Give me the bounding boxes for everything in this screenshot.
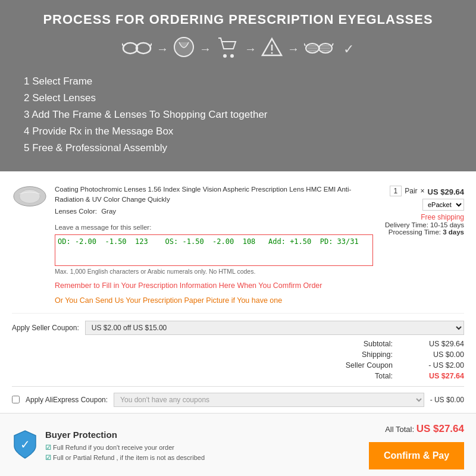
lens-icon — [173, 36, 195, 62]
svg-point-23 — [20, 190, 40, 203]
total-value: US $27.64 — [411, 372, 464, 380]
arrow-2: → — [199, 42, 211, 56]
arrow-4: → — [287, 42, 299, 56]
shipping-info: ePacket Free shipping Delivery Time: 10-… — [385, 199, 464, 236]
shield-icon: ✓ — [12, 430, 38, 459]
delivery-time: Delivery Time: 10-15 days — [385, 221, 464, 228]
svg-line-21 — [332, 43, 333, 46]
totals-section: Subtotal: US $29.64 Shipping: US $0.00 S… — [12, 340, 464, 380]
svg-text:✓: ✓ — [20, 438, 30, 451]
arrow-1: → — [156, 42, 168, 56]
all-total-amount: US $27.64 — [416, 423, 464, 434]
svg-line-20 — [304, 43, 305, 46]
total-row: Total: US $27.64 — [12, 372, 464, 380]
quantity-section: 1 Pair × US $29.64 — [390, 186, 464, 196]
order-item: Coating Photochromic Lenses 1.56 Index S… — [12, 177, 464, 314]
processing-time: Processing Time: 3 days — [385, 228, 464, 236]
cart-icon — [216, 36, 240, 62]
step-3: 3 Add The Frame & Lenses To Shopping Car… — [24, 107, 452, 123]
ali-coupon-select[interactable]: You don't have any coupons — [114, 393, 424, 407]
coupon-discount-value: - US $2.00 — [411, 361, 464, 369]
shipping-method-select[interactable]: ePacket — [422, 199, 464, 211]
total-label: Total: — [345, 372, 393, 380]
right-section: All Total: US $27.64 Confirm & Pay — [369, 423, 464, 469]
quantity-value[interactable]: 1 — [390, 186, 402, 196]
divider — [12, 386, 464, 387]
svg-line-3 — [122, 43, 123, 46]
protection-details: Buyer Protection ☑ Full Refund if you do… — [45, 430, 205, 462]
steps-list: 1 Select Frame 2 Select Lenses 3 Add The… — [18, 73, 458, 156]
svg-point-7 — [230, 54, 234, 58]
buyer-protection-title: Buyer Protection — [45, 430, 205, 440]
svg-line-4 — [151, 43, 152, 46]
checkmark-icon: ✓ — [343, 42, 354, 57]
shipping-row: Shipping: US $0.00 — [12, 350, 464, 359]
product-price: US $29.64 — [428, 187, 464, 196]
assembled-glasses-icon — [304, 39, 339, 60]
ali-coupon-checkbox[interactable] — [12, 396, 20, 403]
seller-coupon-select[interactable]: US $2.00 off US $15.00 — [85, 321, 464, 335]
refund-1: ☑ Full Refund if you don't receive your … — [45, 443, 205, 453]
message-box-wrapper — [55, 234, 373, 266]
steps-icons: → → → → — [18, 36, 458, 62]
free-shipping-label: Free shipping — [385, 213, 464, 221]
seller-coupon-row: Apply Seller Coupon: US $2.00 off US $15… — [12, 321, 464, 335]
shipping-label: Shipping: — [345, 350, 393, 359]
prescription-message[interactable] — [58, 237, 370, 260]
main-content: Coating Photochromic Lenses 1.56 Index S… — [0, 171, 476, 407]
step-4: 4 Provide Rx in the Message Box — [24, 123, 452, 140]
glasses-icon — [122, 39, 152, 60]
ali-coupon-label: Apply AliExpress Coupon: — [26, 396, 108, 404]
message-hint: Max. 1,000 English characters or Arabic … — [55, 267, 373, 277]
page-title: PROCESS FOR ORDERING PRESCRIPTION EYEGLA… — [18, 12, 458, 27]
product-image — [12, 184, 48, 208]
buyer-protection: ✓ Buyer Protection ☑ Full Refund if you … — [12, 430, 205, 462]
coupon-label: Apply Seller Coupon: — [12, 324, 79, 332]
step-5: 5 Free & Professional Assembly — [24, 140, 452, 156]
subtotal-row: Subtotal: US $29.64 — [12, 340, 464, 348]
arrow-3: → — [245, 42, 256, 56]
message-section: Leave a message for this seller: Max. 1,… — [55, 223, 373, 277]
unit-label: Pair — [405, 187, 417, 195]
shipping-value: US $0.00 — [411, 350, 464, 359]
subtotal-value: US $29.64 — [411, 340, 464, 348]
all-total-label: All Total: US $27.64 — [369, 423, 464, 435]
svg-point-1 — [136, 43, 151, 54]
product-description: Coating Photochromic Lenses 1.56 Index S… — [55, 184, 373, 308]
coupon-discount-row: Seller Coupon - US $2.00 — [12, 361, 464, 369]
confirm-pay-button[interactable]: Confirm & Pay — [369, 442, 464, 469]
step-1: 1 Select Frame — [24, 73, 452, 90]
ali-coupon-row: Apply AliExpress Coupon: You don't have … — [12, 393, 464, 407]
subtotal-label: Subtotal: — [345, 340, 393, 348]
svg-point-10 — [271, 52, 273, 54]
svg-point-6 — [223, 54, 227, 58]
header-banner: PROCESS FOR ORDERING PRESCRIPTION EYEGLA… — [0, 0, 476, 171]
lenses-color: Lenses Color: Gray — [55, 206, 373, 217]
warning-icon — [261, 36, 283, 62]
svg-point-0 — [123, 43, 137, 54]
send-paper-warning: Or You Can Send Us Your Prescription Pap… — [55, 295, 373, 306]
coupon-discount-label: Seller Coupon — [345, 361, 393, 369]
fill-prescription-warning: Remember to Fill in Your Prescription In… — [55, 280, 373, 292]
bottom-footer: ✓ Buyer Protection ☑ Full Refund if you … — [0, 413, 476, 476]
step-2: 2 Select Lenses — [24, 90, 452, 107]
refund-2: ☑ Full or Partial Refund , if the item i… — [45, 453, 205, 463]
ali-coupon-discount: - US $0.00 — [430, 396, 464, 404]
message-label: Leave a message for this seller: — [55, 223, 373, 233]
